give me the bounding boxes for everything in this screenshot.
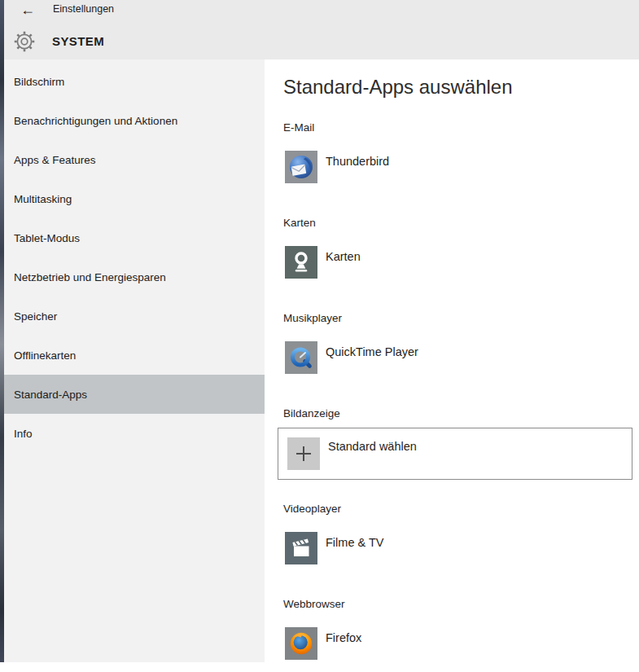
back-arrow-icon: ← [20,2,35,18]
sidebar: Bildschirm Benachrichtigungen und Aktion… [4,59,265,662]
sidebar-item-netzbetrieb[interactable]: Netzbetrieb und Energiesparen [4,257,265,296]
app-name: Firefox [326,631,361,644]
firefox-icon [285,627,317,660]
sidebar-item-offlinekarten[interactable]: Offlinekarten [4,336,265,375]
content-title: Standard-Apps auswählen [283,76,513,99]
choose-default-label: Standard wählen [328,440,417,453]
sidebar-item-label: Benachrichtigungen und Aktionen [14,115,177,127]
settings-window: ← Einstellungen SYSTEM Bilds [0,0,639,672]
sidebar-item-info[interactable]: Info [4,414,265,453]
category-label-videoplayer: Videoplayer [283,503,341,515]
category-label-bildanzeige: Bildanzeige [283,407,340,419]
section-bildanzeige: Bildanzeige Standard wählen [265,407,639,503]
quicktime-icon [285,341,317,374]
sidebar-item-speicher[interactable]: Speicher [4,296,265,336]
sidebar-item-label: Apps & Features [14,154,96,166]
app-name: Thunderbird [326,155,389,168]
section-webbrowser: Webbrowser [265,598,639,672]
thunderbird-icon [285,151,317,183]
sidebar-item-apps-features[interactable]: Apps & Features [4,140,265,179]
sidebar-item-bildschirm[interactable]: Bildschirm [4,62,265,101]
app-button-karten[interactable]: Karten [285,246,361,279]
header-app-name: Einstellungen [53,3,114,15]
sidebar-item-standard-apps[interactable]: Standard-Apps [4,375,265,414]
app-name: QuickTime Player [326,345,418,358]
app-name: Filme & TV [326,536,383,549]
plus-icon [287,437,320,470]
settings-header: ← Einstellungen SYSTEM [4,0,639,59]
map-pin-icon [285,246,317,279]
sidebar-item-label: Speicher [14,310,57,323]
sidebar-item-label: Bildschirm [14,76,64,88]
category-label-email: E-Mail [283,121,314,134]
app-button-firefox[interactable]: Firefox [285,627,361,660]
category-label-webbrowser: Webbrowser [283,598,345,610]
section-videoplayer: Videoplayer Filme & TV [265,503,639,598]
gear-icon [13,30,36,53]
sidebar-item-label: Offlinekarten [14,349,76,362]
app-button-thunderbird[interactable]: Thunderbird [285,151,389,183]
sidebar-item-label: Standard-Apps [14,389,87,401]
main-content: Standard-Apps auswählen E-Mail [265,59,639,672]
page-title: SYSTEM [52,34,104,48]
sidebar-item-tablet-modus[interactable]: Tablet-Modus [4,218,265,257]
section-karten: Karten Karten [265,217,639,312]
sidebar-item-multitasking[interactable]: Multitasking [4,179,265,218]
sidebar-item-label: Multitasking [14,193,72,205]
category-label-karten: Karten [283,217,316,229]
section-musikplayer: Musikplayer QuickTime Player [265,312,639,407]
app-button-quicktime[interactable]: QuickTime Player [285,341,418,374]
back-button[interactable]: ← [15,0,40,20]
choose-default-button[interactable]: Standard wählen [278,428,632,480]
app-button-filme-tv[interactable]: Filme & TV [285,532,383,564]
sidebar-item-benachrichtigungen[interactable]: Benachrichtigungen und Aktionen [4,101,265,140]
category-label-musikplayer: Musikplayer [283,312,342,324]
section-email: E-Mail [265,121,639,217]
sidebar-item-label: Tablet-Modus [14,232,80,244]
app-name: Karten [326,250,361,263]
clapperboard-icon [285,532,317,564]
sidebar-item-label: Netzbetrieb und Energiesparen [14,271,166,283]
sidebar-item-label: Info [14,428,33,440]
